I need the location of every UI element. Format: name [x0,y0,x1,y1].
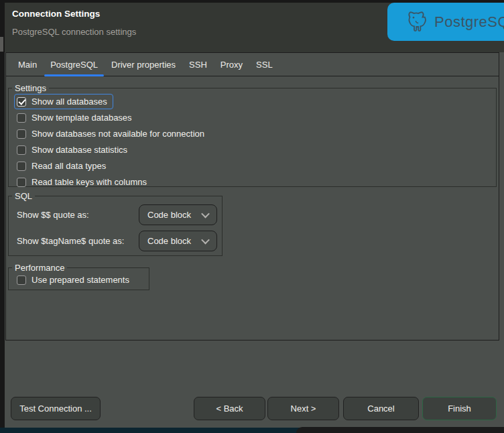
dropdown-show-quote-as[interactable]: Code block [139,204,217,225]
logo-wordmark: PostgreSQL [434,13,504,31]
sql-row-show-tagname-quote-as: Show $tagName$ quote as:Code block [17,231,217,251]
chevron-down-icon [201,236,210,245]
checkbox-unchecked[interactable] [17,113,26,123]
dropdown-value: Code block [147,210,191,220]
checkbox-unchecked[interactable] [17,145,26,155]
dropdown-label: Show $$ quote as: [17,210,89,220]
postgresql-logo: PostgreSQL [387,3,504,41]
checkbox-label: Read all data types [32,161,106,171]
background-window-edge [0,37,3,52]
tab-main[interactable]: Main [11,53,44,76]
sql-row-show-quote-as: Show $$ quote as:Code block [17,204,217,225]
test-connection-button[interactable]: Test Connection ... [11,397,101,420]
checkbox-row-show-database-statistics[interactable]: Show database statistics [14,142,133,158]
checkbox-row-show-databases-not-available-for-connection[interactable]: Show databases not available for connect… [14,126,210,141]
tab-proxy[interactable]: Proxy [214,53,249,76]
tab-postgresql[interactable]: PostgreSQL [44,53,105,76]
checkbox-unchecked[interactable] [17,178,26,187]
tab-driver-properties[interactable]: Driver properties [105,53,182,76]
checkbox-row-read-table-keys-with-columns[interactable]: Read table keys with columns [14,174,153,190]
checkbox-checked[interactable] [17,97,26,107]
sql-group-label: SQL [12,191,35,201]
finish-button[interactable]: Finish [422,397,497,420]
performance-group-label: Performance [12,263,67,273]
background-window-corner [296,427,504,433]
cancel-button[interactable]: Cancel [343,397,419,420]
dropdown-value: Code block [147,236,191,246]
checkbox-label: Use prepared statements [32,275,129,285]
settings-group: Settings Show all databasesShow template… [8,88,497,187]
tab-ssh[interactable]: SSH [182,53,214,76]
sql-group: SQL Show $$ quote as:Code blockShow $tag… [8,196,223,256]
page-title: Connection Settings [12,9,100,19]
next-button[interactable]: Next > [267,397,339,420]
checkbox-label: Show all databases [32,97,107,107]
dropdown-label: Show $tagName$ quote as: [17,236,124,246]
checkbox-row-show-all-databases[interactable]: Show all databases [14,94,113,109]
checkbox-unchecked[interactable] [17,275,26,285]
checkbox-label: Read table keys with columns [32,177,147,187]
checkbox-row-read-all-data-types[interactable]: Read all data types [14,158,112,174]
checkbox-unchecked[interactable] [17,162,26,171]
checkbox-label: Show database statistics [32,145,127,155]
tab-bar: MainPostgreSQLDriver propertiesSSHProxyS… [6,53,499,76]
checkbox-row-show-template-databases[interactable]: Show template databases [14,110,138,125]
checkbox-label: Show template databases [32,113,132,123]
postgresql-elephant-icon [403,9,429,36]
back-button[interactable]: < Back [194,397,265,420]
chevron-down-icon [201,210,210,219]
checkbox-unchecked[interactable] [17,129,26,139]
checkbox-row-use-prepared-statements[interactable]: Use prepared statements [14,272,135,288]
background-window-strip [0,428,310,433]
performance-group: Performance Use prepared statements [8,267,149,290]
checkbox-label: Show databases not available for connect… [32,129,204,139]
dropdown-show-tagname-quote-as[interactable]: Code block [139,231,217,251]
dialog-header: Connection Settings PostgreSQL connectio… [5,3,504,52]
connection-settings-dialog: Connection Settings PostgreSQL connectio… [5,3,504,428]
tab-folder: MainPostgreSQLDriver propertiesSSHProxyS… [5,52,499,341]
settings-checkbox-list: Show all databasesShow template database… [9,88,496,190]
page-subtitle: PostgreSQL connection settings [12,27,136,37]
settings-group-label: Settings [12,83,49,93]
tab-ssl[interactable]: SSL [249,53,279,76]
